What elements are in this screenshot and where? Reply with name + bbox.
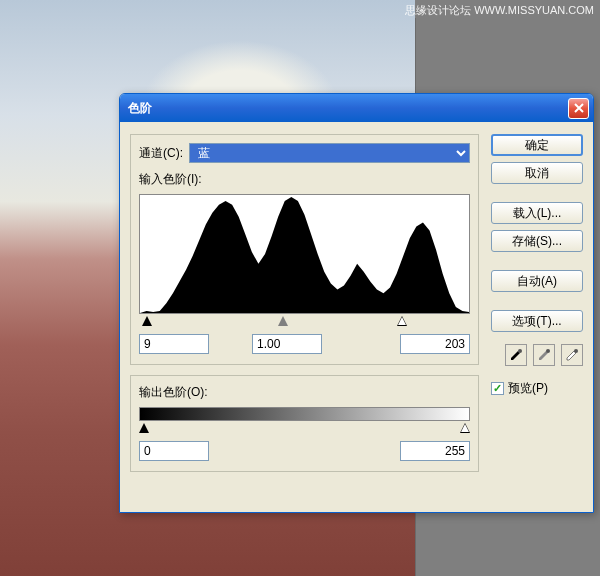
dialog-right-panel: 确定 取消 载入(L)... 存储(S)... 自动(A) 选项(T)... ✓… [491,134,583,482]
output-levels-label: 输出色阶(O): [139,384,470,401]
auto-button[interactable]: 自动(A) [491,270,583,292]
highlight-slider[interactable] [397,316,407,326]
output-black-slider[interactable] [139,423,149,433]
output-white-field[interactable] [400,441,470,461]
watermark-text: 思缘设计论坛 WWW.MISSYUAN.COM [405,3,594,18]
preview-checkbox[interactable]: ✓ [491,382,504,395]
input-white-field[interactable] [400,334,470,354]
input-levels-fieldset: 通道(C): 蓝 输入色阶(I): [130,134,479,365]
eyedropper-group [491,344,583,366]
channel-label: 通道(C): [139,145,183,162]
input-black-field[interactable] [139,334,209,354]
dialog-titlebar[interactable]: 色阶 [120,94,593,122]
input-levels-label: 输入色阶(I): [139,171,470,188]
cancel-button[interactable]: 取消 [491,162,583,184]
output-slider-track[interactable] [139,423,470,435]
dialog-title: 色阶 [128,100,568,117]
eyedropper-gray-icon[interactable] [533,344,555,366]
preview-label: 预览(P) [508,380,548,397]
svg-point-0 [518,349,522,353]
save-button[interactable]: 存储(S)... [491,230,583,252]
histogram-chart [139,194,470,314]
input-gamma-field[interactable] [252,334,322,354]
levels-dialog: 色阶 通道(C): 蓝 输入色阶(I): [119,93,594,513]
svg-point-1 [546,349,550,353]
midtone-slider[interactable] [278,316,288,326]
shadow-slider[interactable] [142,316,152,326]
svg-point-2 [574,349,578,353]
eyedropper-white-icon[interactable] [561,344,583,366]
close-button[interactable] [568,98,589,119]
ok-button[interactable]: 确定 [491,134,583,156]
options-button[interactable]: 选项(T)... [491,310,583,332]
output-white-slider[interactable] [460,423,470,433]
channel-select[interactable]: 蓝 [189,143,470,163]
output-levels-fieldset: 输出色阶(O): [130,375,479,472]
load-button[interactable]: 载入(L)... [491,202,583,224]
output-black-field[interactable] [139,441,209,461]
dialog-left-panel: 通道(C): 蓝 输入色阶(I): [130,134,479,482]
input-slider-track[interactable] [139,316,470,328]
output-gradient [139,407,470,421]
eyedropper-black-icon[interactable] [505,344,527,366]
